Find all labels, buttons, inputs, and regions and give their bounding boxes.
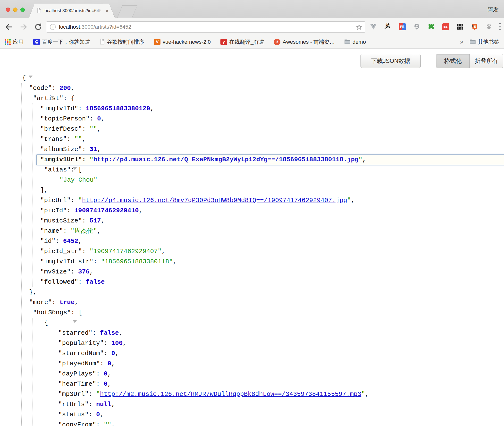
json-line: "more": true,: [0, 297, 504, 307]
bookmark-vue-hackernews[interactable]: V vue-hackernews-2.0: [154, 39, 211, 45]
json-line: "starredNum": 0,: [0, 348, 504, 358]
forward-button[interactable]: [19, 23, 28, 31]
youdao-y-icon: y: [220, 39, 227, 45]
qr-code-icon[interactable]: [456, 23, 464, 31]
shield-extension-icon[interactable]: [427, 23, 435, 31]
json-token-p: ,: [365, 391, 369, 398]
json-token-p: ,: [123, 340, 126, 347]
vue-devtools-icon[interactable]: [370, 23, 377, 31]
format-button[interactable]: 格式化: [436, 54, 470, 68]
zoom-window-button[interactable]: [20, 8, 25, 12]
json-token-p: ,: [82, 136, 86, 143]
json-token-p: ,: [90, 268, 93, 275]
translate-extension-icon[interactable]: 英: [384, 23, 392, 31]
bookmark-star-icon[interactable]: [356, 24, 362, 31]
collapse-all-button[interactable]: 折叠所有: [470, 54, 503, 68]
json-line: },: [0, 287, 504, 297]
json-link[interactable]: http://m2.music.126.net/RMJR7wDullRqppBk…: [100, 391, 361, 398]
json-token-p: :: [71, 197, 78, 204]
json-token-k: "status": [58, 411, 89, 418]
back-button[interactable]: [5, 23, 13, 31]
json-token-k: "img1v1Url": [40, 156, 82, 163]
json-line: "Jay Chou": [0, 175, 504, 185]
bookmark-apps[interactable]: 应用: [5, 38, 24, 46]
minimize-window-button[interactable]: [13, 8, 17, 12]
json-token-n: 517: [90, 217, 101, 224]
json-line: "artist": {: [0, 93, 504, 103]
json-token-n: 100: [111, 340, 123, 347]
bookmark-youdao-translate[interactable]: y 在线翻译_有道: [220, 38, 264, 46]
json-token-n: null: [96, 401, 111, 408]
json-token-p: ,: [161, 248, 165, 255]
reload-button[interactable]: [34, 23, 42, 31]
folder-icon: [470, 39, 476, 45]
json-token-p: :: [82, 146, 90, 153]
bookmark-baidu[interactable]: 百度一下，你就知道: [33, 38, 90, 46]
json-token-k: "topicPerson": [40, 115, 90, 122]
view-mode-toggle: 格式化 折叠所有: [436, 54, 503, 68]
baidu-paw-icon: [33, 39, 40, 45]
json-link[interactable]: http://p4.music.126.net/Q_ExePNkmgB2yWyL…: [93, 156, 358, 163]
bookmark-awesomes[interactable]: A Awesomes - 前端资…: [274, 38, 335, 46]
bookmark-label: 百度一下，你就知道: [42, 38, 90, 46]
json-token-k: "artist": [33, 95, 63, 102]
awesomes-a-icon: A: [274, 39, 280, 45]
json-token-k: "albumSize": [40, 146, 82, 153]
apps-grid-icon: [5, 39, 11, 45]
json-line: "mp3Url": "http://m2.music.126.net/RMJR7…: [0, 389, 504, 399]
new-tab-button[interactable]: [117, 5, 137, 18]
json-token-p: :: [96, 380, 104, 388]
json-token-p: ,: [108, 370, 111, 377]
person-pin-icon[interactable]: [413, 23, 421, 31]
json-token-k: "musicSize": [40, 217, 82, 224]
json-token-p: :: [89, 391, 96, 398]
json-token-p: ,: [78, 238, 82, 245]
json-token-n: false: [100, 329, 119, 337]
json-line: "id": 6452,: [0, 236, 504, 246]
json-line: "alias": [: [0, 165, 504, 175]
site-info-icon[interactable]: i: [50, 24, 56, 30]
download-json-button[interactable]: 下载JSON数据: [361, 54, 421, 68]
json-token-s: "": [90, 125, 97, 133]
address-bar[interactable]: i localhost:3000/artists?id=6452: [46, 21, 365, 33]
json-line: "status": 0,: [0, 409, 504, 420]
tab-close-icon[interactable]: ×: [105, 8, 109, 14]
json-token-p: ,: [173, 258, 177, 265]
json-token-p: :: [104, 350, 111, 357]
bookmark-label: 在线翻译_有道: [229, 38, 264, 46]
json-token-p: ,: [139, 207, 143, 214]
json-token-k: "followed": [40, 278, 78, 286]
video-download-icon[interactable]: ▶▶: [442, 23, 450, 31]
json-tree: {"code": 200,"artist": {"img1v1Id": 1856…: [0, 73, 504, 426]
html5-player-icon[interactable]: 5: [471, 23, 479, 31]
json-link[interactable]: http://p4.music.126.net/8mv7qP30Pd3oHW8b…: [82, 197, 347, 204]
fe-helper-icon[interactable]: FE: [398, 23, 406, 31]
json-token-p: ,: [111, 401, 115, 408]
paw-extension-icon[interactable]: [485, 23, 493, 31]
json-line: "rtUrls": null,: [0, 399, 504, 409]
profile-name[interactable]: 阿发: [487, 6, 499, 14]
json-line: "img1v1Id_str": "18569651883380118",: [0, 256, 504, 267]
json-token-p: : [: [71, 309, 82, 316]
window-controls: [6, 8, 25, 12]
browser-tab[interactable]: localhost:3000/artists?id=645 ×: [29, 4, 115, 18]
bookmarks-overflow-icon[interactable]: »: [460, 38, 463, 46]
other-bookmarks-folder[interactable]: 其他书签: [470, 38, 499, 46]
svg-text:5: 5: [474, 25, 476, 29]
url-host: localhost: [59, 24, 80, 30]
json-line: "topicPerson": 0,: [0, 114, 504, 124]
browser-menu-icon[interactable]: [499, 23, 501, 30]
json-token-k: "dayPlays": [58, 370, 96, 377]
bookmark-folder-demo[interactable]: demo: [344, 39, 366, 45]
json-token-s: "19097417462929407": [90, 248, 161, 255]
json-token-k: "picId_str": [40, 248, 82, 255]
json-token-p: {: [44, 319, 48, 326]
tab-title-fade: [93, 4, 103, 18]
bookmark-google-sort[interactable]: 谷歌按时间排序: [100, 38, 144, 46]
json-token-k: "trans": [40, 136, 67, 143]
json-token-n: 0: [111, 350, 115, 357]
json-token-p: : {: [63, 95, 75, 102]
url-text[interactable]: localhost:3000/artists?id=6452: [59, 24, 131, 30]
close-window-button[interactable]: [6, 8, 10, 12]
json-line: "img1v1Id": 18569651883380120,: [0, 103, 504, 114]
